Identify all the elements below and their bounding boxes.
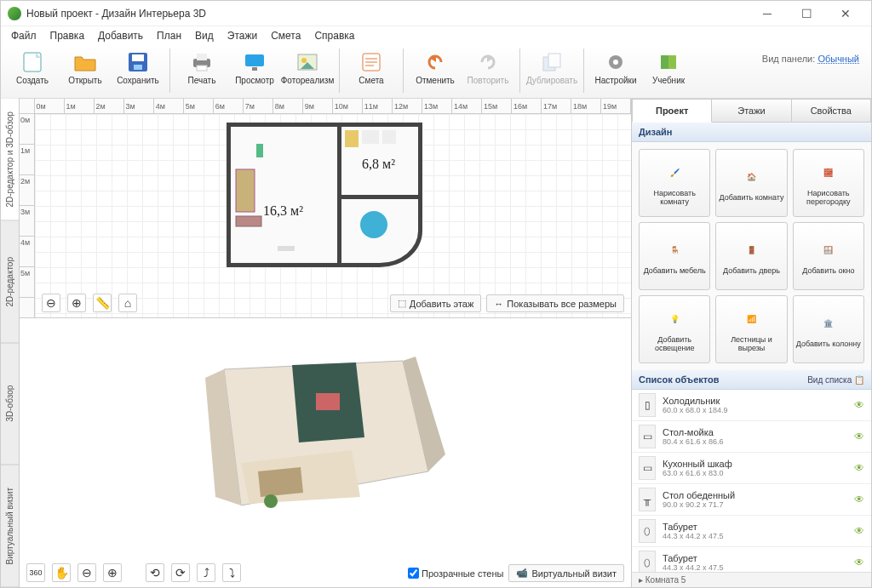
svg-point-31: [264, 494, 278, 508]
room-2[interactable]: 6,8 м²: [337, 123, 422, 199]
room-3[interactable]: [337, 195, 422, 267]
svg-marker-30: [258, 467, 303, 497]
rotate-right[interactable]: ⟳: [171, 563, 190, 582]
menu-estimate[interactable]: Смета: [266, 28, 306, 43]
object-list[interactable]: ▯Холодильник60.0 x 68.0 x 184.9👁 ▭Стол-м…: [632, 390, 871, 572]
rotate-left[interactable]: ⟲: [146, 563, 164, 582]
zoom-in-2d[interactable]: ⊕: [67, 294, 86, 312]
zoom-out-2d[interactable]: ⊖: [42, 294, 60, 312]
list-item[interactable]: ▭Кухонный шкаф63.0 x 61.6 x 83.0👁: [632, 453, 871, 484]
toolbar-photorealism[interactable]: Фотореализм: [281, 49, 334, 96]
toolbar-open[interactable]: Открыть: [59, 49, 112, 96]
wall-icon: 🧱: [816, 160, 841, 186]
home-button[interactable]: ⌂: [118, 294, 137, 312]
design-add-door[interactable]: 🚪Добавить дверь: [715, 222, 787, 290]
design-add-column[interactable]: 🏛️Добавить колонну: [793, 295, 864, 363]
sidetab-virtual[interactable]: Виртуальный визит: [1, 465, 19, 588]
svg-rect-3: [134, 65, 142, 70]
canvas-3d[interactable]: 360 ✋ ⊖ ⊕ ⟲ ⟳ ⤴ ⤵ Прозрачные стены 📹 Вир…: [20, 318, 631, 587]
design-add-room[interactable]: 🏠Добавить комнату: [715, 149, 787, 217]
design-section-header: Дизайн: [632, 123, 871, 142]
file-new-icon: [20, 50, 45, 74]
menu-edit[interactable]: Правка: [45, 28, 90, 43]
app-window: Новый проект - Дизайн Интерьера 3D ─ ☐ ✕…: [0, 0, 872, 588]
zoom-in-3d[interactable]: ⊕: [103, 563, 122, 582]
sidetab-2d[interactable]: 2D-редактор: [1, 221, 19, 344]
tab-floors[interactable]: Этажи: [712, 99, 791, 123]
rotate-360[interactable]: 360: [26, 563, 45, 582]
svg-rect-13: [548, 54, 560, 67]
tilt-down[interactable]: ⤵: [222, 563, 241, 582]
list-item[interactable]: ▯Холодильник60.0 x 68.0 x 184.9👁: [632, 390, 871, 421]
toolbar-settings[interactable]: Настройки: [589, 49, 642, 96]
visibility-icon[interactable]: 👁: [854, 462, 864, 474]
design-draw-partition[interactable]: 🧱Нарисовать перегородку: [793, 149, 864, 217]
toolbar-tutorial[interactable]: Учебник: [642, 49, 695, 96]
visibility-icon[interactable]: 👁: [854, 525, 864, 537]
add-floor-button[interactable]: ⬚ Добавить этаж: [390, 294, 481, 312]
menu-add[interactable]: Добавить: [93, 28, 148, 43]
floorplan[interactable]: 16,3 м² 6,8 м²: [227, 123, 422, 284]
toolbar-undo[interactable]: Отменить: [409, 49, 462, 96]
menu-plan[interactable]: План: [152, 28, 186, 43]
menu-file[interactable]: Файл: [6, 28, 42, 43]
design-add-window[interactable]: 🪟Добавить окно: [793, 222, 864, 290]
design-add-furniture[interactable]: 🪑Добавить мебель: [639, 222, 710, 290]
toolbar-preview[interactable]: Просмотр: [228, 49, 281, 96]
tab-project[interactable]: Проект: [632, 99, 712, 123]
main-toolbar: Создать Открыть Сохранить Печать Просмот…: [1, 45, 871, 99]
visibility-icon[interactable]: 👁: [854, 399, 864, 411]
tilt-up[interactable]: ⤴: [197, 563, 215, 582]
chair-icon: 🪑: [662, 237, 687, 263]
save-icon: [125, 50, 151, 74]
close-button[interactable]: ✕: [827, 2, 864, 26]
toolbar-duplicate[interactable]: Дублировать: [525, 49, 578, 96]
toolbar-estimate[interactable]: Смета: [345, 49, 398, 96]
design-add-lighting[interactable]: 💡Добавить освещение: [639, 295, 710, 363]
visibility-icon[interactable]: 👁: [854, 431, 864, 442]
ruler-horizontal: 0м1м2м3м4м5м6м7м8м9м10м11м12м13м14м15м16…: [20, 99, 631, 114]
design-tools: 🖌️Нарисовать комнату 🏠Добавить комнату 🧱…: [632, 142, 871, 370]
canvas-2d[interactable]: 16,3 м² 6,8 м²: [35, 114, 631, 317]
book-icon: [656, 50, 681, 74]
list-item[interactable]: ⬯Табурет44.3 x 44.2 x 47.5👁: [632, 547, 871, 572]
sidetab-3d[interactable]: 3D-обзор: [1, 343, 19, 465]
list-view-link[interactable]: Вид списка 📋: [807, 375, 864, 385]
zoom-out-3d[interactable]: ⊖: [77, 563, 96, 582]
pan-tool[interactable]: ✋: [52, 563, 71, 582]
gear-icon: [603, 50, 628, 74]
toolbar-print[interactable]: Печать: [175, 49, 228, 96]
ruler-tool[interactable]: 📏: [93, 294, 112, 312]
toolbar-new[interactable]: Создать: [6, 49, 59, 96]
svg-rect-19: [278, 246, 295, 251]
list-item[interactable]: ⬯Табурет44.3 x 44.2 x 47.5👁: [632, 516, 871, 547]
show-dimensions-button[interactable]: ↔ Показывать все размеры: [486, 294, 624, 312]
svg-rect-20: [345, 130, 359, 147]
visibility-icon[interactable]: 👁: [854, 557, 864, 568]
menu-view[interactable]: Вид: [190, 28, 219, 43]
menu-help[interactable]: Справка: [309, 28, 359, 43]
bulb-icon: 💡: [662, 306, 687, 332]
stairs-icon: 📶: [738, 306, 764, 332]
menu-floors[interactable]: Этажи: [222, 28, 262, 43]
transparent-walls-checkbox[interactable]: Прозрачные стены: [408, 568, 503, 579]
design-draw-room[interactable]: 🖌️Нарисовать комнату: [639, 149, 710, 217]
panel-view-link[interactable]: Обычный: [818, 54, 859, 64]
duplicate-icon: [539, 50, 565, 74]
visibility-icon[interactable]: 👁: [854, 494, 864, 505]
minimize-button[interactable]: ─: [749, 2, 786, 26]
app-icon: [8, 7, 21, 20]
toolbar-redo[interactable]: Повторить: [462, 49, 514, 96]
list-item[interactable]: ╥Стол обеденный90.0 x 90.2 x 71.7👁: [632, 484, 871, 516]
sidetab-combo[interactable]: 2D-редактор и 3D-обзор: [1, 99, 19, 221]
toolbar-save[interactable]: Сохранить: [112, 49, 164, 96]
virtual-visit-button[interactable]: 📹 Виртуальный визит: [508, 564, 624, 582]
tab-properties[interactable]: Свойства: [792, 99, 871, 123]
svg-rect-7: [245, 54, 264, 66]
right-panel: Проект Этажи Свойства Дизайн 🖌️Нарисоват…: [631, 99, 871, 587]
door-icon: 🚪: [738, 237, 764, 263]
maximize-button[interactable]: ☐: [788, 2, 825, 26]
list-item[interactable]: ▭Стол-мойка80.4 x 61.6 x 86.6👁: [632, 421, 871, 453]
design-stairs[interactable]: 📶Лестницы и вырезы: [715, 295, 787, 363]
room-1[interactable]: 16,3 м²: [227, 123, 341, 267]
